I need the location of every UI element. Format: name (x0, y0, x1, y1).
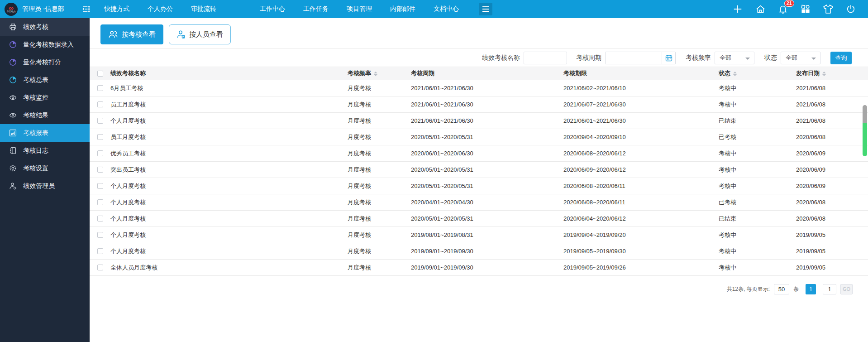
table-row[interactable]: 个人月度考核 月度考核 2020/05/01~2020/05/31 2020/0… (90, 211, 868, 227)
row-checkbox[interactable] (97, 150, 103, 156)
cell-assessment-name[interactable]: 全体人员月度考核 (110, 264, 348, 272)
menu-item-internal-mail[interactable]: 内部邮件 (390, 5, 415, 13)
cell-assessment-name[interactable]: 员工月度考核 (110, 101, 348, 109)
search-button[interactable]: 查询 (830, 52, 852, 64)
theme-shirt-icon[interactable] (823, 4, 834, 14)
cell-frequency: 月度考核 (348, 117, 411, 125)
cell-assessment-name[interactable]: 优秀员工考核 (110, 149, 348, 158)
vertical-scrollbar[interactable] (863, 105, 867, 156)
row-checkbox[interactable] (97, 118, 103, 124)
tab-label: 按人员查看 (189, 30, 223, 39)
col-assessment-name: 绩效考核名称 (110, 69, 348, 77)
sidebar-item-assessment-results[interactable]: 考核结果 (0, 106, 90, 124)
home-icon[interactable] (755, 4, 766, 14)
menu-item-document-center[interactable]: 文档中心 (434, 5, 459, 13)
sidebar-item-performance-assessment[interactable]: 绩效考核 (0, 18, 90, 36)
table-row[interactable]: 员工月度考核 月度考核 2021/06/01~2021/06/30 2021/0… (90, 96, 868, 113)
table-row[interactable]: 员工月度考核 月度考核 2020/05/01~2020/05/31 2020/0… (90, 129, 868, 145)
chevron-down-icon (745, 58, 750, 60)
sidebar-item-quant-scoring[interactable]: 量化考核打分 (0, 53, 90, 71)
cell-assessment-name[interactable]: 个人月度考核 (110, 231, 348, 239)
more-menu-hamburger-icon[interactable] (479, 3, 492, 15)
sidebar-item-assessment-monitoring[interactable]: 考核监控 (0, 89, 90, 106)
table-row[interactable]: 优秀员工考核 月度考核 2020/06/01~2020/06/30 2020/0… (90, 145, 868, 162)
row-checkbox[interactable] (97, 232, 103, 238)
brand: ∞ 华天动力 管理员 -信息部 (0, 3, 77, 16)
row-checkbox[interactable] (97, 101, 103, 107)
row-checkbox[interactable] (97, 167, 103, 173)
row-checkbox[interactable] (97, 183, 103, 189)
cell-assessment-name[interactable]: 员工月度考核 (110, 133, 348, 141)
logout-power-icon[interactable] (845, 4, 856, 14)
tab-view-by-person[interactable]: 按人员查看 (169, 24, 231, 44)
sort-icon[interactable] (822, 72, 826, 76)
cell-assessment-name[interactable]: 突出员工考核 (110, 166, 348, 174)
scrollbar-thumb-gray[interactable] (863, 105, 867, 123)
sidebar-item-assessment-summary[interactable]: 考核总表 (0, 71, 90, 89)
view-tabs: 按考核查看 按人员查看 (90, 18, 868, 49)
cell-assessment-name[interactable]: 6月员工考核 (110, 84, 348, 92)
cell-assessment-name[interactable]: 个人月度考核 (110, 247, 348, 255)
col-publish-date[interactable]: 发布日期 (796, 69, 868, 77)
menu-item-shortcuts[interactable]: 快捷方式 (104, 5, 129, 13)
table-row[interactable]: 个人月度考核 月度考核 2020/05/01~2020/05/31 2020/0… (90, 178, 868, 194)
calendar-icon[interactable] (662, 52, 675, 64)
cell-period: 2020/04/01~2020/04/30 (411, 199, 563, 206)
cell-period: 2019/09/01~2019/09/30 (411, 248, 563, 255)
company-logo[interactable]: ∞ 华天动力 (5, 3, 18, 16)
table-row[interactable]: 个人月度考核 月度考核 2019/08/01~2019/08/31 2019/0… (90, 227, 868, 243)
row-checkbox[interactable] (97, 199, 103, 205)
notifications-bell-icon[interactable]: 21 (777, 4, 788, 14)
sidebar-item-quant-data-entry[interactable]: 量化考核数据录入 (0, 36, 90, 53)
row-checkbox[interactable] (97, 265, 103, 270)
table-row[interactable]: 个人月度考核 月度考核 2020/04/01~2020/04/30 2020/0… (90, 194, 868, 211)
cell-assessment-name[interactable]: 个人月度考核 (110, 182, 348, 190)
current-page-button[interactable]: 1 (806, 284, 816, 294)
add-icon[interactable] (732, 4, 743, 14)
cell-assessment-name[interactable]: 个人月度考核 (110, 117, 348, 125)
sidebar-item-performance-admin[interactable]: 绩效管理员 (0, 177, 90, 195)
cell-period: 2020/05/01~2020/05/31 (411, 166, 563, 173)
assessment-name-input[interactable] (524, 52, 567, 64)
menu-item-work-tasks[interactable]: 工作任务 (303, 5, 329, 13)
sort-icon[interactable] (733, 72, 737, 76)
cell-term: 2020/06/04~2020/06/12 (563, 215, 719, 222)
table-row[interactable]: 个人月度考核 月度考核 2019/09/01~2019/09/30 2019/0… (90, 243, 868, 260)
menu-item-approval-flow[interactable]: 审批流转 (191, 5, 216, 13)
table-row[interactable]: 突出员工考核 月度考核 2020/05/01~2020/05/31 2020/0… (90, 162, 868, 178)
nav-collapse-icon[interactable] (81, 4, 91, 14)
row-checkbox[interactable] (97, 248, 103, 254)
cell-frequency: 月度考核 (348, 133, 411, 141)
col-status[interactable]: 状态 (719, 69, 796, 77)
status-select[interactable]: 全部 (781, 52, 820, 64)
tab-view-by-assessment[interactable]: 按考核查看 (100, 24, 163, 44)
sidebar-item-assessment-log[interactable]: 考核日志 (0, 142, 90, 159)
cell-frequency: 月度考核 (348, 247, 411, 255)
menu-item-personal-office[interactable]: 个人办公 (148, 5, 173, 13)
table-row[interactable]: 全体人员月度考核 月度考核 2019/09/01~2019/09/30 2019… (90, 260, 868, 276)
top-menu: 快捷方式 个人办公 审批流转 工作中心 工作任务 项目管理 内部邮件 文档中心 (104, 5, 459, 13)
row-checkbox[interactable] (97, 134, 103, 140)
page-size-input[interactable] (774, 284, 789, 294)
apps-grid-icon[interactable] (800, 4, 811, 14)
people-icon (108, 30, 118, 39)
frequency-select[interactable]: 全部 (715, 52, 754, 64)
sidebar-item-assessment-settings[interactable]: 考核设置 (0, 159, 90, 177)
goto-page-input[interactable] (823, 284, 836, 294)
go-button[interactable]: GO (840, 284, 853, 294)
assessment-period-input[interactable] (606, 52, 662, 64)
sort-icon[interactable] (374, 72, 377, 76)
row-checkbox[interactable] (97, 216, 103, 222)
scrollbar-thumb-green[interactable] (863, 123, 867, 156)
cell-assessment-name[interactable]: 个人月度考核 (110, 198, 348, 207)
sidebar-item-assessment-reports[interactable]: 考核报表 (0, 124, 90, 142)
table-row[interactable]: 个人月度考核 月度考核 2021/06/01~2021/06/30 2021/0… (90, 113, 868, 129)
menu-item-work-center[interactable]: 工作中心 (260, 5, 285, 13)
table-row[interactable]: 6月员工考核 月度考核 2021/06/01~2021/06/30 2021/0… (90, 80, 868, 96)
cell-frequency: 月度考核 (348, 101, 411, 109)
select-all-checkbox[interactable] (97, 71, 103, 77)
col-frequency[interactable]: 考核频率 (348, 69, 411, 77)
cell-assessment-name[interactable]: 个人月度考核 (110, 215, 348, 223)
menu-item-project-management[interactable]: 项目管理 (347, 5, 372, 13)
row-checkbox[interactable] (97, 85, 103, 91)
